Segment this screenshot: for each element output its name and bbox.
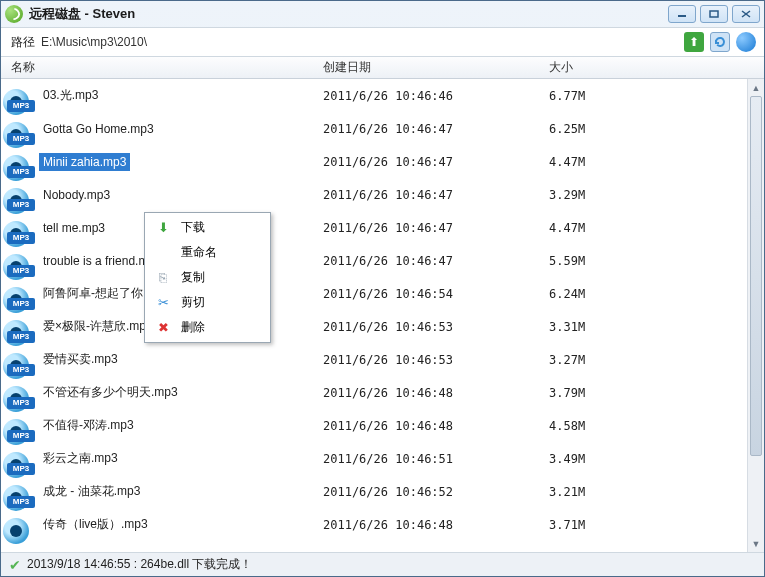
header-date[interactable]: 创建日期 — [323, 59, 549, 76]
file-name: Gotta Go Home.mp3 — [39, 120, 158, 138]
file-name: 成龙 - 油菜花.mp3 — [39, 481, 144, 502]
file-name-cell: MP3Minii zahia.mp3 — [1, 145, 323, 178]
refresh-button[interactable] — [710, 32, 730, 52]
file-date: 2011/6/26 10:46:47 — [323, 254, 549, 268]
window-controls — [668, 5, 760, 23]
file-name: Nobody.mp3 — [39, 186, 114, 204]
file-name: 03.光.mp3 — [39, 85, 102, 106]
file-area: MP303.光.mp32011/6/26 10:46:466.77MMP3Got… — [1, 79, 764, 552]
file-size: 3.31M — [549, 320, 764, 334]
file-size: 3.49M — [549, 452, 764, 466]
path-bar: 路径 E:\Music\mp3\2010\ ⬆ — [1, 27, 764, 57]
file-row[interactable]: MP3tell me.mp32011/6/26 10:46:474.47M — [1, 211, 764, 244]
file-size: 5.59M — [549, 254, 764, 268]
context-icon: ⬇ — [155, 220, 171, 236]
file-size: 3.29M — [549, 188, 764, 202]
title-bar[interactable]: 远程磁盘 - Steven — [1, 1, 764, 27]
file-date: 2011/6/26 10:46:48 — [323, 419, 549, 433]
file-name: Minii zahia.mp3 — [39, 153, 130, 171]
file-date: 2011/6/26 10:46:47 — [323, 221, 549, 235]
scroll-up-arrow[interactable]: ▲ — [748, 79, 764, 96]
app-icon — [5, 5, 23, 23]
file-icon — [3, 518, 29, 544]
file-date: 2011/6/26 10:46:46 — [323, 89, 549, 103]
context-label: 删除 — [181, 319, 205, 336]
file-size: 3.21M — [549, 485, 764, 499]
file-date: 2011/6/26 10:46:53 — [323, 320, 549, 334]
file-date: 2011/6/26 10:46:47 — [323, 122, 549, 136]
context-menu: ⬇下载重命名⎘复制✂剪切✖删除 — [144, 212, 271, 343]
file-name-cell: MP3Gotta Go Home.mp3 — [1, 112, 323, 145]
file-size: 6.24M — [549, 287, 764, 301]
svg-rect-1 — [710, 11, 718, 17]
file-row[interactable]: MP3爱×极限-许慧欣.mp32011/6/26 10:46:533.31M — [1, 310, 764, 343]
file-row[interactable]: MP303.光.mp32011/6/26 10:46:466.77M — [1, 79, 764, 112]
file-name: 不管还有多少个明天.mp3 — [39, 382, 182, 403]
path-label: 路径 — [11, 34, 35, 51]
file-date: 2011/6/26 10:46:53 — [323, 353, 549, 367]
file-name-cell: MP3不值得-邓涛.mp3 — [1, 409, 323, 442]
list-header: 名称 创建日期 大小 — [1, 57, 764, 79]
file-name-cell: MP3传奇（live版）.mp3 — [1, 508, 323, 541]
file-date: 2011/6/26 10:46:51 — [323, 452, 549, 466]
file-date: 2011/6/26 10:46:47 — [323, 188, 549, 202]
scroll-thumb[interactable] — [750, 96, 762, 456]
up-button[interactable]: ⬆ — [684, 32, 704, 52]
path-value: E:\Music\mp3\2010\ — [41, 35, 678, 49]
context-item[interactable]: 重命名 — [147, 240, 268, 265]
file-row[interactable]: MP3彩云之南.mp32011/6/26 10:46:513.49M — [1, 442, 764, 475]
file-date: 2011/6/26 10:46:48 — [323, 386, 549, 400]
close-button[interactable] — [732, 5, 760, 23]
file-row[interactable]: MP3不管还有多少个明天.mp32011/6/26 10:46:483.79M — [1, 376, 764, 409]
file-row[interactable]: MP3成龙 - 油菜花.mp32011/6/26 10:46:523.21M — [1, 475, 764, 508]
context-item[interactable]: ✖删除 — [147, 315, 268, 340]
status-text: 2013/9/18 14:46:55 : 264be.dll 下载完成！ — [27, 556, 252, 573]
file-row[interactable]: MP3爱情买卖.mp32011/6/26 10:46:533.27M — [1, 343, 764, 376]
context-label: 剪切 — [181, 294, 205, 311]
file-row[interactable]: MP3trouble is a friend.mp32011/6/26 10:4… — [1, 244, 764, 277]
file-name: tell me.mp3 — [39, 219, 109, 237]
file-row[interactable]: MP3Minii zahia.mp32011/6/26 10:46:474.47… — [1, 145, 764, 178]
file-name-cell: MP3爱情买卖.mp3 — [1, 343, 323, 376]
window-title: 远程磁盘 - Steven — [29, 5, 135, 23]
minimize-button[interactable] — [668, 5, 696, 23]
file-row[interactable]: MP3不值得-邓涛.mp32011/6/26 10:46:484.58M — [1, 409, 764, 442]
file-size: 4.47M — [549, 221, 764, 235]
file-name: 爱情买卖.mp3 — [39, 349, 122, 370]
file-size: 3.71M — [549, 518, 764, 532]
file-name: 爱×极限-许慧欣.mp3 — [39, 316, 157, 337]
file-size: 4.58M — [549, 419, 764, 433]
file-row[interactable]: MP3Nobody.mp32011/6/26 10:46:473.29M — [1, 178, 764, 211]
file-size: 3.79M — [549, 386, 764, 400]
file-date: 2011/6/26 10:46:54 — [323, 287, 549, 301]
file-row[interactable]: MP3阿鲁阿卓-想起了你.mp32011/6/26 10:46:546.24M — [1, 277, 764, 310]
header-size[interactable]: 大小 — [549, 59, 764, 76]
file-date: 2011/6/26 10:46:52 — [323, 485, 549, 499]
header-name[interactable]: 名称 — [1, 59, 323, 76]
app-window: 远程磁盘 - Steven 路径 E:\Music\mp3\2010\ ⬆ 名称… — [0, 0, 765, 577]
context-icon: ⎘ — [155, 270, 171, 286]
file-name-cell: MP303.光.mp3 — [1, 79, 323, 112]
globe-button[interactable] — [736, 32, 756, 52]
context-label: 重命名 — [181, 244, 217, 261]
status-bar: ✔ 2013/9/18 14:46:55 : 264be.dll 下载完成！ — [1, 552, 764, 576]
file-size: 6.25M — [549, 122, 764, 136]
file-name: 不值得-邓涛.mp3 — [39, 415, 138, 436]
file-name: 传奇（live版）.mp3 — [39, 514, 152, 535]
context-item[interactable]: ⬇下载 — [147, 215, 268, 240]
maximize-button[interactable] — [700, 5, 728, 23]
file-row[interactable]: MP3Gotta Go Home.mp32011/6/26 10:46:476.… — [1, 112, 764, 145]
file-list[interactable]: MP303.光.mp32011/6/26 10:46:466.77MMP3Got… — [1, 79, 764, 552]
context-icon: ✂ — [155, 295, 171, 311]
context-label: 复制 — [181, 269, 205, 286]
context-item[interactable]: ✂剪切 — [147, 290, 268, 315]
check-icon: ✔ — [9, 557, 21, 573]
file-date: 2011/6/26 10:46:47 — [323, 155, 549, 169]
file-date: 2011/6/26 10:46:48 — [323, 518, 549, 532]
file-row[interactable]: MP3传奇（live版）.mp32011/6/26 10:46:483.71M — [1, 508, 764, 541]
scrollbar[interactable]: ▲ ▼ — [747, 79, 764, 552]
file-size: 3.27M — [549, 353, 764, 367]
file-name: 彩云之南.mp3 — [39, 448, 122, 469]
context-item[interactable]: ⎘复制 — [147, 265, 268, 290]
scroll-down-arrow[interactable]: ▼ — [748, 535, 764, 552]
